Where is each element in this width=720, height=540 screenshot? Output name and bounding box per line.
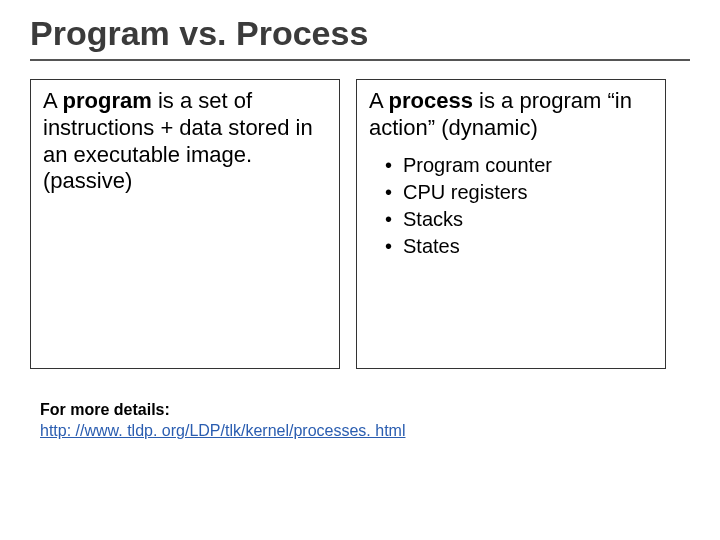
footer: For more details: http: //www. tldp. org… [40,399,405,442]
program-definition: A program is a set of instructions + dat… [43,88,327,195]
list-item: CPU registers [403,179,653,206]
process-term: process [389,88,473,113]
process-definition: A process is a program “in action” (dyna… [369,88,653,142]
text: A [43,88,63,113]
list-item: States [403,233,653,260]
program-term: program [63,88,152,113]
text: A [369,88,389,113]
process-bullets: Program counter CPU registers Stacks Sta… [369,152,653,260]
footer-link[interactable]: http: //www. tldp. org/LDP/tlk/kernel/pr… [40,422,405,439]
process-box: A process is a program “in action” (dyna… [356,79,666,369]
slide-title: Program vs. Process [30,14,690,61]
footer-label: For more details: [40,399,405,421]
slide: Program vs. Process A program is a set o… [0,0,720,540]
columns: A program is a set of instructions + dat… [30,79,690,369]
program-box: A program is a set of instructions + dat… [30,79,340,369]
list-item: Stacks [403,206,653,233]
list-item: Program counter [403,152,653,179]
